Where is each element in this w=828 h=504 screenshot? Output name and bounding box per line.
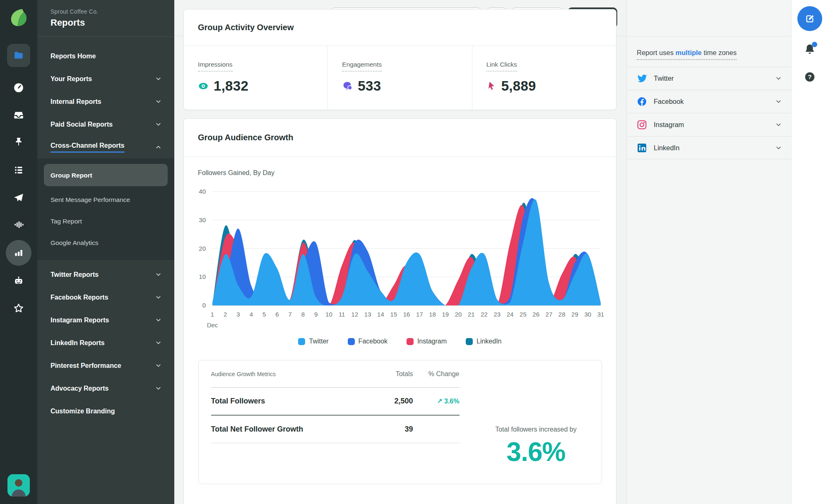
reports-bar-chart-nav-active[interactable] <box>6 240 31 266</box>
notification-badge-dot <box>812 42 817 47</box>
bot-icon[interactable] <box>13 275 24 286</box>
growth-card-title: Group Audience Growth <box>184 119 616 157</box>
legend-item-instagram[interactable]: Instagram <box>407 338 447 345</box>
y-axis-tick: 0 <box>202 302 206 309</box>
x-axis-tick: 6 <box>275 311 279 318</box>
svg-text:?: ? <box>808 73 811 80</box>
listening-waveform-icon[interactable] <box>13 219 24 230</box>
sidebar-item-advocacy-reports[interactable]: Advocacy Reports <box>37 377 174 400</box>
chevron-down-icon <box>155 385 162 392</box>
x-axis-tick: 17 <box>416 311 423 318</box>
legend-swatch <box>407 338 414 345</box>
network-label: Twitter <box>654 74 768 82</box>
summary-value: 3.6% <box>480 437 592 467</box>
x-axis-tick: 22 <box>481 311 488 318</box>
summary-text: Total followers increased by <box>480 426 592 433</box>
help-icon[interactable]: ? <box>804 72 816 84</box>
sprout-leaf-logo[interactable] <box>9 8 28 27</box>
sidebar-item-facebook-reports[interactable]: Facebook Reports <box>37 286 174 309</box>
sidebar-title: Reports <box>51 17 174 28</box>
pin-icon[interactable] <box>14 137 24 147</box>
legend-item-twitter[interactable]: Twitter <box>298 338 328 345</box>
x-axis-tick: 12 <box>351 311 359 318</box>
sidebar-item-label: Paid Social Reports <box>51 121 113 128</box>
notifications-bell-icon[interactable] <box>804 43 816 57</box>
legend-swatch <box>298 338 305 345</box>
sidebar-item-cross-channel-reports[interactable]: Cross-Channel Reports <box>37 136 174 158</box>
timezone-note-link[interactable]: multiple <box>676 49 702 56</box>
row-metric: Total Followers <box>211 397 355 406</box>
sidebar-subitem-sent-message-performance[interactable]: Sent Message Performance <box>37 189 174 210</box>
main-content: Group Report 12/1/19 – 12/31/19 vs 11/1/… <box>174 0 626 504</box>
chevron-down-icon <box>775 144 782 151</box>
metric-label[interactable]: Impressions <box>198 61 233 72</box>
sidebar-nav-top: Reports HomeYour ReportsInternal Reports… <box>37 37 174 158</box>
sidebar-item-paid-social-reports[interactable]: Paid Social Reports <box>37 113 174 136</box>
x-axis-tick: 27 <box>546 311 553 318</box>
sidebar-item-pinterest-performance[interactable]: Pinterest Performance <box>37 354 174 377</box>
publishing-plane-icon[interactable] <box>13 192 24 203</box>
network-row-linkedin[interactable]: LinkedIn <box>627 136 791 159</box>
dashboard-gauge-icon[interactable] <box>13 82 24 93</box>
company-name: Sprout Coffee Co. <box>51 8 174 15</box>
sidebar-item-your-reports[interactable]: Your Reports <box>37 67 174 90</box>
network-row-twitter[interactable]: Twitter <box>627 67 791 90</box>
feeds-list-icon[interactable] <box>13 165 24 175</box>
network-label: Facebook <box>654 98 768 106</box>
sidebar-item-label: Advocacy Reports <box>51 385 109 392</box>
sidebar-item-reports-home[interactable]: Reports Home <box>37 45 174 67</box>
sidebar-subitem-group-report[interactable]: Group Report <box>44 164 168 186</box>
sidebar-item-twitter-reports[interactable]: Twitter Reports <box>37 263 174 286</box>
sidebar-item-internal-reports[interactable]: Internal Reports <box>37 90 174 113</box>
inbox-icon[interactable] <box>13 110 24 120</box>
reports-folder-nav-active[interactable] <box>7 44 30 67</box>
chevron-down-icon <box>155 98 162 105</box>
metric-label[interactable]: Engagements <box>342 61 382 72</box>
sidebar-header: Sprout Coffee Co. Reports <box>37 0 174 37</box>
sidebar-subitem-google-analytics[interactable]: Google Analytics <box>37 232 174 253</box>
metric-label[interactable]: Link Clicks <box>486 61 517 72</box>
chevron-down-icon <box>775 121 782 128</box>
network-row-instagram[interactable]: Instagram <box>627 113 791 136</box>
x-axis-tick: 15 <box>390 311 397 318</box>
sidebar-item-instagram-reports[interactable]: Instagram Reports <box>37 309 174 331</box>
sidebar-nav-bottom: Twitter ReportsFacebook ReportsInstagram… <box>37 260 174 422</box>
sidebar-subitem-tag-report[interactable]: Tag Report <box>37 210 174 232</box>
sidebar-subitem-label: Group Report <box>51 169 92 181</box>
timezone-note[interactable]: Report uses multiple time zones <box>627 36 791 67</box>
overview-card-title: Group Activity Overview <box>184 10 616 46</box>
table-header-row: Audience Growth Metrics Totals % Change <box>211 360 460 388</box>
sidebar-item-label: Cross-Channel Reports <box>51 142 125 153</box>
sidebar-item-customize-branding[interactable]: Customize Branding <box>37 400 174 422</box>
x-axis-tick: 25 <box>520 311 527 318</box>
x-axis-tick: 20 <box>455 311 462 318</box>
influencers-star-icon[interactable] <box>13 303 24 314</box>
legend-item-linkedin[interactable]: LinkedIn <box>466 338 502 345</box>
x-axis-tick: 14 <box>377 311 384 318</box>
network-label: LinkedIn <box>654 144 768 152</box>
sidebar-item-label: Twitter Reports <box>51 271 99 278</box>
x-axis-tick: 23 <box>494 311 501 318</box>
metric-impressions: Impressions1,832 <box>184 46 327 110</box>
cursor-click-icon <box>486 81 496 91</box>
user-avatar[interactable] <box>7 474 30 497</box>
app-icon-rail <box>0 0 37 504</box>
chevron-down-icon <box>155 75 162 82</box>
sidebar-item-linkedin-reports[interactable]: LinkedIn Reports <box>37 331 174 354</box>
legend-swatch <box>348 338 355 345</box>
network-row-facebook[interactable]: Facebook <box>627 90 791 113</box>
legend-item-facebook[interactable]: Facebook <box>348 338 388 345</box>
compose-button[interactable] <box>797 6 822 31</box>
x-axis-tick: 13 <box>364 311 371 318</box>
x-axis-tick: 11 <box>339 311 345 318</box>
linkedin-icon <box>637 143 647 153</box>
x-axis-tick: 10 <box>325 311 332 318</box>
instagram-icon <box>637 120 647 130</box>
group-activity-overview-card: Group Activity Overview Impressions1,832… <box>183 9 616 110</box>
sidebar-item-label: Your Reports <box>51 75 92 83</box>
group-audience-growth-card: Group Audience Growth Followers Gained, … <box>183 118 616 504</box>
reports-sidebar: Sprout Coffee Co. Reports Reports HomeYo… <box>37 0 174 504</box>
y-axis-tick: 10 <box>199 273 206 280</box>
row-change: ↗ 3.6% <box>413 397 460 405</box>
followers-increase-summary: Total followers increased by 3.6% <box>480 426 592 467</box>
